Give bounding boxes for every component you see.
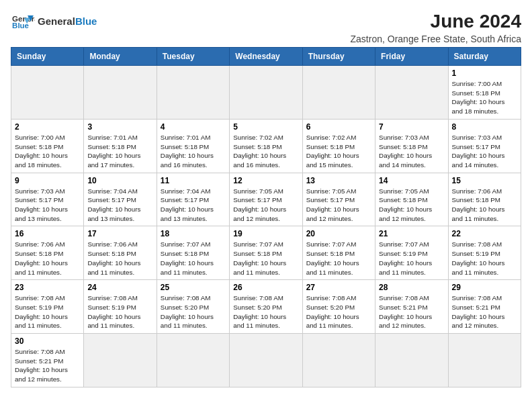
day-number: 8 xyxy=(452,122,517,132)
svg-text:Blue: Blue xyxy=(12,21,29,30)
calendar-cell: 25Sunrise: 7:08 AM Sunset: 5:20 PM Dayli… xyxy=(157,280,229,334)
calendar-cell xyxy=(375,66,448,120)
day-number: 12 xyxy=(233,176,298,185)
day-number: 20 xyxy=(306,229,371,238)
calendar-cell: 7Sunrise: 7:03 AM Sunset: 5:18 PM Daylig… xyxy=(375,119,448,173)
calendar-cell: 21Sunrise: 7:07 AM Sunset: 5:19 PM Dayli… xyxy=(375,226,448,280)
weekday-header-wednesday: Wednesday xyxy=(230,48,302,66)
weekday-header-thursday: Thursday xyxy=(302,48,375,66)
calendar-cell: 19Sunrise: 7:07 AM Sunset: 5:18 PM Dayli… xyxy=(230,226,302,280)
day-info: Sunrise: 7:01 AM Sunset: 5:18 PM Dayligh… xyxy=(87,133,152,170)
calendar-cell: 10Sunrise: 7:04 AM Sunset: 5:17 PM Dayli… xyxy=(84,173,157,226)
calendar-subtitle: Zastron, Orange Free State, South Africa xyxy=(351,34,521,44)
calendar-cell: 30Sunrise: 7:08 AM Sunset: 5:21 PM Dayli… xyxy=(11,334,84,387)
calendar-week-6: 30Sunrise: 7:08 AM Sunset: 5:21 PM Dayli… xyxy=(11,334,521,387)
day-info: Sunrise: 7:08 AM Sunset: 5:21 PM Dayligh… xyxy=(15,347,80,384)
day-info: Sunrise: 7:08 AM Sunset: 5:19 PM Dayligh… xyxy=(452,240,517,277)
weekday-header-row: SundayMondayTuesdayWednesdayThursdayFrid… xyxy=(11,48,521,66)
day-number: 26 xyxy=(233,283,298,292)
calendar-cell: 12Sunrise: 7:05 AM Sunset: 5:17 PM Dayli… xyxy=(230,173,302,226)
day-number: 18 xyxy=(161,229,226,238)
calendar-cell xyxy=(230,66,302,120)
weekday-header-saturday: Saturday xyxy=(448,48,521,66)
day-number: 24 xyxy=(87,283,152,292)
calendar-week-4: 16Sunrise: 7:06 AM Sunset: 5:18 PM Dayli… xyxy=(11,226,521,280)
day-number: 28 xyxy=(379,283,444,292)
day-number: 5 xyxy=(233,122,298,132)
day-info: Sunrise: 7:08 AM Sunset: 5:19 PM Dayligh… xyxy=(15,293,80,330)
day-number: 7 xyxy=(379,122,444,132)
day-number: 4 xyxy=(161,122,226,132)
title-area: June 2024 Zastron, Orange Free State, So… xyxy=(351,11,521,44)
calendar-cell xyxy=(157,334,229,387)
calendar-cell: 5Sunrise: 7:02 AM Sunset: 5:18 PM Daylig… xyxy=(230,119,302,173)
day-info: Sunrise: 7:05 AM Sunset: 5:17 PM Dayligh… xyxy=(233,187,298,224)
calendar-cell xyxy=(375,334,448,387)
day-number: 30 xyxy=(15,336,80,346)
logo-icon: General Blue xyxy=(11,11,35,31)
day-info: Sunrise: 7:03 AM Sunset: 5:17 PM Dayligh… xyxy=(15,187,80,224)
calendar-cell: 23Sunrise: 7:08 AM Sunset: 5:19 PM Dayli… xyxy=(11,280,84,334)
calendar-title: June 2024 xyxy=(351,11,521,32)
day-number: 16 xyxy=(15,229,80,238)
calendar-cell: 2Sunrise: 7:00 AM Sunset: 5:18 PM Daylig… xyxy=(11,119,84,173)
day-info: Sunrise: 7:06 AM Sunset: 5:18 PM Dayligh… xyxy=(15,240,80,277)
day-number: 17 xyxy=(87,229,152,238)
day-info: Sunrise: 7:08 AM Sunset: 5:20 PM Dayligh… xyxy=(161,293,226,330)
calendar-cell: 22Sunrise: 7:08 AM Sunset: 5:19 PM Dayli… xyxy=(448,226,521,280)
calendar-cell: 17Sunrise: 7:06 AM Sunset: 5:18 PM Dayli… xyxy=(84,226,157,280)
day-info: Sunrise: 7:04 AM Sunset: 5:17 PM Dayligh… xyxy=(161,187,226,224)
day-info: Sunrise: 7:02 AM Sunset: 5:18 PM Dayligh… xyxy=(233,133,298,170)
calendar-cell: 6Sunrise: 7:02 AM Sunset: 5:18 PM Daylig… xyxy=(302,119,375,173)
weekday-header-tuesday: Tuesday xyxy=(157,48,229,66)
calendar-cell: 13Sunrise: 7:05 AM Sunset: 5:17 PM Dayli… xyxy=(302,173,375,226)
calendar-cell xyxy=(84,66,157,120)
day-info: Sunrise: 7:08 AM Sunset: 5:20 PM Dayligh… xyxy=(306,293,371,330)
day-number: 10 xyxy=(87,176,152,185)
weekday-header-sunday: Sunday xyxy=(11,48,84,66)
day-info: Sunrise: 7:08 AM Sunset: 5:19 PM Dayligh… xyxy=(87,293,152,330)
calendar-cell: 8Sunrise: 7:03 AM Sunset: 5:17 PM Daylig… xyxy=(448,119,521,173)
header: General Blue GeneralBlue June 2024 Zastr… xyxy=(11,11,521,44)
day-number: 6 xyxy=(306,122,371,132)
day-number: 2 xyxy=(15,122,80,132)
calendar-week-1: 1Sunrise: 7:00 AM Sunset: 5:18 PM Daylig… xyxy=(11,66,521,120)
day-number: 21 xyxy=(379,229,444,238)
day-info: Sunrise: 7:01 AM Sunset: 5:18 PM Dayligh… xyxy=(161,133,226,170)
calendar-cell: 3Sunrise: 7:01 AM Sunset: 5:18 PM Daylig… xyxy=(84,119,157,173)
day-number: 14 xyxy=(379,176,444,185)
day-info: Sunrise: 7:00 AM Sunset: 5:18 PM Dayligh… xyxy=(452,79,517,116)
calendar-cell: 18Sunrise: 7:07 AM Sunset: 5:18 PM Dayli… xyxy=(157,226,229,280)
day-number: 3 xyxy=(87,122,152,132)
calendar-cell xyxy=(157,66,229,120)
day-info: Sunrise: 7:04 AM Sunset: 5:17 PM Dayligh… xyxy=(87,187,152,224)
calendar-week-5: 23Sunrise: 7:08 AM Sunset: 5:19 PM Dayli… xyxy=(11,280,521,334)
day-info: Sunrise: 7:05 AM Sunset: 5:17 PM Dayligh… xyxy=(306,187,371,224)
day-info: Sunrise: 7:06 AM Sunset: 5:18 PM Dayligh… xyxy=(87,240,152,277)
calendar-week-2: 2Sunrise: 7:00 AM Sunset: 5:18 PM Daylig… xyxy=(11,119,521,173)
calendar-cell: 4Sunrise: 7:01 AM Sunset: 5:18 PM Daylig… xyxy=(157,119,229,173)
weekday-header-friday: Friday xyxy=(375,48,448,66)
day-number: 11 xyxy=(161,176,226,185)
day-number: 9 xyxy=(15,176,80,185)
calendar-cell: 14Sunrise: 7:05 AM Sunset: 5:18 PM Dayli… xyxy=(375,173,448,226)
calendar-cell: 15Sunrise: 7:06 AM Sunset: 5:18 PM Dayli… xyxy=(448,173,521,226)
day-info: Sunrise: 7:08 AM Sunset: 5:21 PM Dayligh… xyxy=(452,293,517,330)
calendar-cell xyxy=(448,334,521,387)
calendar-cell xyxy=(11,66,84,120)
calendar-week-3: 9Sunrise: 7:03 AM Sunset: 5:17 PM Daylig… xyxy=(11,173,521,226)
day-info: Sunrise: 7:06 AM Sunset: 5:18 PM Dayligh… xyxy=(452,187,517,224)
logo: General Blue GeneralBlue xyxy=(11,11,97,31)
weekday-header-monday: Monday xyxy=(84,48,157,66)
day-info: Sunrise: 7:07 AM Sunset: 5:19 PM Dayligh… xyxy=(379,240,444,277)
calendar-cell: 16Sunrise: 7:06 AM Sunset: 5:18 PM Dayli… xyxy=(11,226,84,280)
day-info: Sunrise: 7:07 AM Sunset: 5:18 PM Dayligh… xyxy=(233,240,298,277)
day-info: Sunrise: 7:08 AM Sunset: 5:20 PM Dayligh… xyxy=(233,293,298,330)
day-info: Sunrise: 7:07 AM Sunset: 5:18 PM Dayligh… xyxy=(306,240,371,277)
calendar-cell xyxy=(84,334,157,387)
day-info: Sunrise: 7:07 AM Sunset: 5:18 PM Dayligh… xyxy=(161,240,226,277)
day-number: 13 xyxy=(306,176,371,185)
calendar-cell xyxy=(302,66,375,120)
day-info: Sunrise: 7:05 AM Sunset: 5:18 PM Dayligh… xyxy=(379,187,444,224)
day-number: 25 xyxy=(161,283,226,292)
